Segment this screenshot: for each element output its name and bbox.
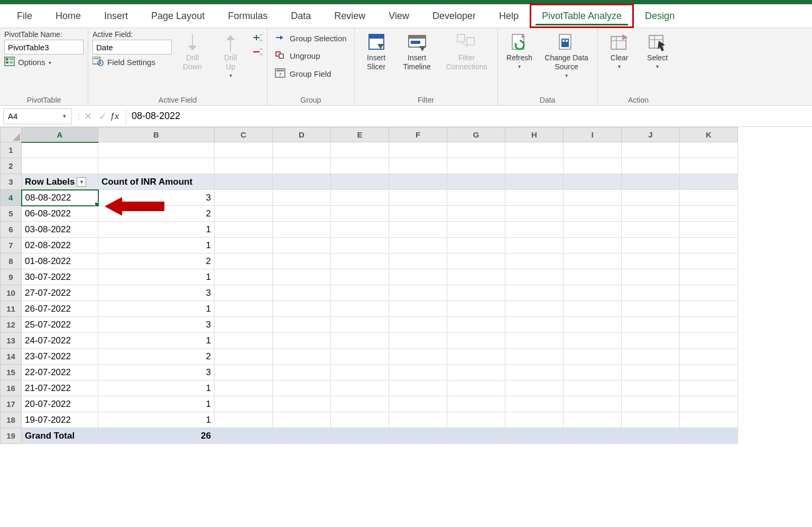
cell-C18[interactable] (215, 412, 273, 428)
cell-D6[interactable] (273, 222, 331, 238)
cell-H19[interactable] (505, 428, 564, 444)
row-header-4[interactable]: 4 (1, 190, 22, 206)
cell-G15[interactable] (447, 365, 505, 380)
cell-B1[interactable] (98, 142, 215, 158)
column-header-H[interactable]: H (505, 128, 564, 142)
cell-K14[interactable] (680, 349, 738, 365)
cell-D4[interactable] (273, 190, 331, 206)
insert-timeline-button[interactable]: Insert Timeline (397, 30, 437, 74)
cell-K11[interactable] (680, 301, 738, 317)
cell-G11[interactable] (447, 301, 505, 317)
cell-I3[interactable] (564, 174, 622, 190)
cell-A1[interactable] (22, 142, 98, 158)
cell-D15[interactable] (273, 365, 331, 380)
select-all-corner[interactable] (1, 128, 22, 142)
cell-E8[interactable] (331, 253, 389, 269)
cell-K19[interactable] (680, 428, 738, 444)
cell-K15[interactable] (680, 365, 738, 380)
cell-B7[interactable]: 1 (98, 238, 215, 253)
cell-B9[interactable]: 1 (98, 269, 215, 285)
cell-J15[interactable] (622, 365, 680, 380)
cell-D8[interactable] (273, 253, 331, 269)
cell-K8[interactable] (680, 253, 738, 269)
cell-D16[interactable] (273, 380, 331, 396)
cell-J16[interactable] (622, 380, 680, 396)
cell-B3[interactable]: Count of INR Amount (98, 174, 215, 190)
group-selection-button[interactable]: Group Selection (272, 31, 350, 46)
column-header-K[interactable]: K (680, 128, 738, 142)
cell-B6[interactable]: 1 (98, 222, 215, 238)
cell-A5[interactable]: 06-08-2022 (22, 206, 98, 222)
cell-D2[interactable] (273, 158, 331, 174)
cell-I7[interactable] (564, 238, 622, 253)
cell-J7[interactable] (622, 238, 680, 253)
cell-B4[interactable]: 3 (98, 190, 215, 206)
cell-C15[interactable] (215, 365, 273, 380)
cell-G3[interactable] (447, 174, 505, 190)
cell-H6[interactable] (505, 222, 564, 238)
cell-A11[interactable]: 26-07-2022 (22, 301, 98, 317)
cell-A7[interactable]: 02-08-2022 (22, 238, 98, 253)
clear-button[interactable]: Clear ▾ (602, 30, 637, 72)
cell-C12[interactable] (215, 317, 273, 333)
cell-A9[interactable]: 30-07-2022 (22, 269, 98, 285)
cell-C11[interactable] (215, 301, 273, 317)
cell-K2[interactable] (680, 158, 738, 174)
cell-B11[interactable]: 1 (98, 301, 215, 317)
row-header-1[interactable]: 1 (1, 142, 22, 158)
cell-F13[interactable] (389, 333, 447, 349)
active-field-input[interactable] (93, 40, 172, 54)
cell-H15[interactable] (505, 365, 564, 380)
cell-A18[interactable]: 19-07-2022 (22, 412, 98, 428)
cell-H4[interactable] (505, 190, 564, 206)
row-header-2[interactable]: 2 (1, 158, 22, 174)
cell-K5[interactable] (680, 206, 738, 222)
cell-F3[interactable] (389, 174, 447, 190)
cell-J3[interactable] (622, 174, 680, 190)
cell-H2[interactable] (505, 158, 564, 174)
cell-H8[interactable] (505, 253, 564, 269)
formula-input[interactable] (126, 108, 812, 124)
cell-I5[interactable] (564, 206, 622, 222)
cell-C13[interactable] (215, 333, 273, 349)
cell-F2[interactable] (389, 158, 447, 174)
cell-G10[interactable] (447, 285, 505, 301)
row-header-7[interactable]: 7 (1, 238, 22, 253)
cell-B8[interactable]: 2 (98, 253, 215, 269)
insert-slicer-button[interactable]: Insert Slicer (359, 30, 394, 74)
cell-D5[interactable] (273, 206, 331, 222)
tab-home[interactable]: Home (44, 4, 93, 28)
cell-H5[interactable] (505, 206, 564, 222)
tab-pivottable-analyze[interactable]: PivotTable Analyze (530, 4, 633, 28)
cell-E4[interactable] (331, 190, 389, 206)
cell-C8[interactable] (215, 253, 273, 269)
cell-K9[interactable] (680, 269, 738, 285)
drill-up-button[interactable]: Drill Up ▾ (213, 30, 248, 81)
tab-file[interactable]: File (5, 4, 44, 28)
cell-J11[interactable] (622, 301, 680, 317)
tab-insert[interactable]: Insert (93, 4, 140, 28)
cell-H17[interactable] (505, 396, 564, 412)
cell-A6[interactable]: 03-08-2022 (22, 222, 98, 238)
fx-icon[interactable]: ƒx (110, 112, 126, 121)
cancel-icon[interactable]: ✕ (80, 111, 95, 122)
row-header-10[interactable]: 10 (1, 285, 22, 301)
cell-H11[interactable] (505, 301, 564, 317)
spreadsheet-grid[interactable]: ABCDEFGHIJK123Row Labels▼Count of INR Am… (0, 127, 812, 444)
cell-G6[interactable] (447, 222, 505, 238)
cell-B12[interactable]: 3 (98, 317, 215, 333)
change-data-source-button[interactable]: Change Data Source ▾ (540, 30, 593, 81)
cell-C3[interactable] (215, 174, 273, 190)
cell-G14[interactable] (447, 349, 505, 365)
row-header-12[interactable]: 12 (1, 317, 22, 333)
cell-I1[interactable] (564, 142, 622, 158)
cell-B14[interactable]: 2 (98, 349, 215, 365)
cell-F5[interactable] (389, 206, 447, 222)
cell-A12[interactable]: 25-07-2022 (22, 317, 98, 333)
cell-I6[interactable] (564, 222, 622, 238)
cell-C5[interactable] (215, 206, 273, 222)
cell-H16[interactable] (505, 380, 564, 396)
cell-J10[interactable] (622, 285, 680, 301)
cell-C7[interactable] (215, 238, 273, 253)
row-header-19[interactable]: 19 (1, 428, 22, 444)
